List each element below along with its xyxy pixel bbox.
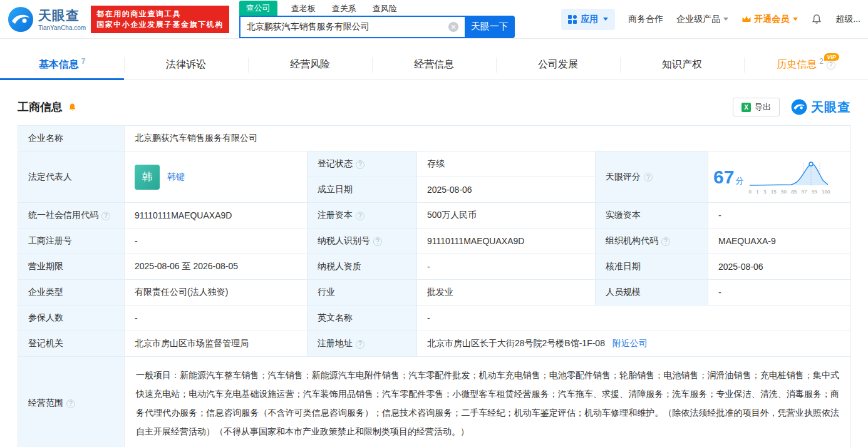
reg-number-value: - (125, 229, 307, 254)
reg-status-label: 登记状态? (307, 152, 417, 177)
apps-label: 应用 (581, 14, 598, 25)
score-axis: 0131550859799100 (748, 189, 830, 195)
subscribe-bell-icon[interactable] (68, 103, 77, 112)
business-term-value: 2025-08-06 至 2026-08-05 (125, 254, 307, 280)
help-icon[interactable]: ? (101, 212, 110, 220)
help-icon[interactable]: ? (356, 160, 364, 169)
help-icon[interactable]: ? (827, 61, 835, 69)
tab-label: 法律诉讼 (166, 58, 206, 71)
help-icon[interactable]: ? (356, 340, 364, 349)
credit-code-value: 91110111MAEQUAXA9D (125, 203, 307, 229)
table-row: 工商注册号 - 纳税人识别号? 91110111MAEQUAXA9D 组织机构代… (18, 229, 851, 254)
taxpayer-id-label: 纳税人识别号? (307, 229, 417, 254)
tab-label: 经营风险 (290, 58, 330, 71)
export-button[interactable]: X 导出 (733, 98, 780, 116)
nav-enterprise-products[interactable]: 企业级产品 (676, 14, 728, 25)
business-scope-value: 一般项目：新能源汽车整车销售；汽车销售；新能源汽车电附件销售；汽车零配件批发；机… (125, 357, 851, 447)
legal-rep-cell: 韩 韩键 (125, 152, 307, 203)
establish-date-label: 成立日期 (307, 177, 417, 203)
tianyancha-watermark: 天眼查 (791, 99, 850, 116)
reg-authority-value: 北京市房山区市场监督管理局 (125, 331, 307, 357)
approval-date-label: 核准日期 (596, 254, 708, 280)
search-button[interactable]: 天眼一下 (465, 16, 515, 38)
nav-super-vip[interactable]: 超级... (835, 14, 860, 25)
clear-search-icon[interactable] (448, 22, 458, 32)
page-tab-bar: 基本信息 7 法律诉讼 经营风险 经营信息 公司发展 知识产权 历史信息 2 ?… (0, 50, 868, 80)
tianyancha-logo[interactable]: 天眼查 TianYanCha.com (8, 6, 86, 33)
tab-history-info[interactable]: 历史信息 2 ? VIP (744, 50, 868, 80)
table-row: 法定代表人 韩 韩键 登记状态? 存续 天眼评分? 67分 (18, 152, 851, 177)
enterprise-label: 企业级产品 (676, 14, 720, 25)
reg-capital-value: 500万人民币 (417, 203, 596, 229)
reg-authority-label: 登记机关 (18, 331, 125, 357)
score-chart[interactable]: 0131550859799100 (748, 159, 830, 195)
grid-icon (568, 15, 577, 24)
tianyancha-logo-icon (791, 99, 807, 115)
help-icon[interactable]: ? (66, 399, 75, 408)
org-code-label: 组织机构代码? (596, 229, 708, 254)
approval-date-value: 2025-08-06 (708, 254, 851, 280)
business-scope-label: 经营范围? (18, 357, 125, 447)
staff-size-value: - (708, 280, 851, 306)
english-name-value: - (417, 306, 851, 331)
score-unit: 分 (735, 176, 743, 185)
chevron-down-icon (603, 18, 608, 21)
credit-code-label: 统一社会信用代码? (18, 203, 125, 229)
nearby-companies-link[interactable]: 附近公司 (612, 338, 648, 348)
business-term-label: 营业期限 (18, 254, 125, 280)
table-row: 参保人数 - 英文名称 - (18, 306, 851, 331)
membership-label: 开通会员 (754, 14, 789, 25)
search-input[interactable] (239, 16, 465, 38)
open-membership-button[interactable]: 开通会员 (741, 14, 798, 25)
tab-label: 基本信息 (39, 58, 79, 71)
tab-basic-info[interactable]: 基本信息 7 (0, 50, 124, 80)
slogan-line1: 都在用的商业查询工具 (96, 9, 224, 19)
field-label: 注册地址 (318, 338, 353, 348)
notification-bell-icon[interactable] (811, 14, 822, 25)
taxpayer-quality-label: 纳税人资质 (307, 254, 417, 280)
slogan-badge: 都在用的商业查询工具 国家中小企业发展子基金旗下机构 (91, 6, 229, 33)
taxpayer-id-value: 91110111MAEQUAXA9D (417, 229, 596, 254)
search-tab-company[interactable]: 查公司 (239, 1, 277, 16)
industry-label: 行业 (307, 280, 417, 306)
org-code-value: MAEQUAXA-9 (708, 229, 851, 254)
slogan-line2: 国家中小企业发展子基金旗下机构 (96, 19, 224, 30)
table-row: 企业类型 有限责任公司(法人独资) 行业 批发业 人员规模 - (18, 280, 851, 306)
business-info-table: 企业名称 北京鹏荻汽车销售服务有限公司 法定代表人 韩 韩键 登记状态? 存续 … (18, 125, 851, 447)
nav-business-cooperation[interactable]: 商务合作 (628, 14, 663, 25)
tab-legal-proceedings[interactable]: 法律诉讼 (124, 50, 248, 80)
staff-size-label: 人员规模 (596, 280, 708, 306)
paid-capital-label: 实缴资本 (596, 203, 708, 229)
search-tabs: 查公司 查老板 查关系 查风险 (239, 1, 515, 16)
legal-rep-link[interactable]: 韩键 (167, 172, 185, 183)
tab-intellectual-property[interactable]: 知识产权 (620, 50, 744, 80)
insured-count-label: 参保人数 (18, 306, 125, 331)
help-icon[interactable]: ? (661, 237, 670, 246)
section-title: 工商信息 (18, 100, 63, 115)
export-label: 导出 (755, 101, 771, 113)
company-type-label: 企业类型 (18, 280, 125, 306)
insured-count-value: - (125, 306, 307, 331)
search-tab-risk[interactable]: 查风险 (370, 2, 400, 16)
tab-operating-risk[interactable]: 经营风险 (248, 50, 372, 80)
help-icon[interactable]: ? (373, 237, 382, 246)
section-header: 工商信息 X 导出 天眼查 (18, 98, 850, 116)
chevron-down-icon (723, 18, 728, 21)
help-icon[interactable]: ? (644, 173, 653, 182)
vip-badge: VIP (824, 53, 839, 61)
tab-label: 经营信息 (414, 58, 454, 71)
establish-date-value: 2025-08-06 (417, 177, 596, 203)
help-icon[interactable]: ? (356, 212, 364, 220)
tab-company-development[interactable]: 公司发展 (496, 50, 620, 80)
search-tab-boss[interactable]: 查老板 (289, 2, 318, 16)
apps-menu-button[interactable]: 应用 (561, 9, 615, 30)
taxpayer-quality-value: - (417, 254, 596, 280)
search-tab-relation[interactable]: 查关系 (329, 2, 359, 16)
tab-operating-info[interactable]: 经营信息 (372, 50, 496, 80)
table-row: 登记机关 北京市房山区市场监督管理局 注册地址? 北京市房山区长于大街28号院2… (18, 331, 851, 357)
table-row: 企业名称 北京鹏荻汽车销售服务有限公司 (18, 126, 851, 152)
legal-rep-avatar[interactable]: 韩 (135, 165, 160, 190)
crown-icon (741, 15, 752, 23)
tianyancha-logo-icon (8, 6, 34, 33)
reg-address-label: 注册地址? (307, 331, 417, 357)
